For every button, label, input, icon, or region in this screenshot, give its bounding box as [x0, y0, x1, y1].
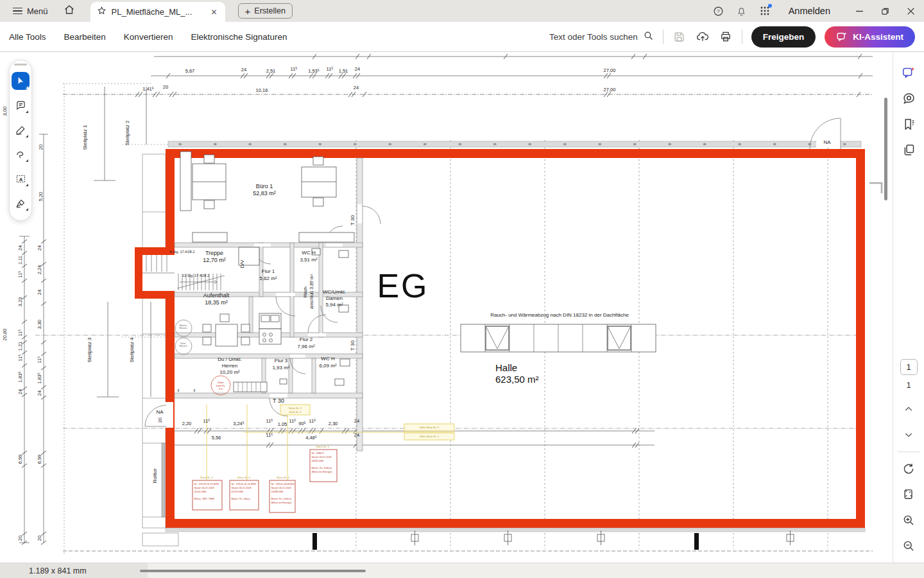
apps-grid-icon[interactable] — [759, 5, 771, 17]
menu-edit[interactable]: Bearbeiten — [64, 32, 106, 42]
plan-label: Stellplatz 3 — [87, 337, 92, 363]
plan-label: 27,00 — [604, 67, 616, 73]
svg-text:?: ? — [717, 8, 721, 14]
menu-convert[interactable]: Konvertieren — [124, 32, 173, 42]
plan-label: Haus- — [303, 285, 307, 297]
plan-label: 1,41⁵ — [142, 86, 154, 92]
create-button[interactable]: + Erstellen — [238, 3, 293, 19]
plan-label: Miete Nr. 3 — [200, 476, 213, 479]
plan-label: 20 — [38, 144, 44, 150]
right-sidebar: 1 — [893, 52, 924, 563]
menu-esign[interactable]: Elektronische Signaturen — [191, 32, 287, 42]
titlebar: Menü PL_Mietfläche_ML_... ✕ + Erstellen … — [0, 0, 924, 22]
plan-label: 5,20 — [38, 192, 44, 202]
meter-stamp-text: Stand: 06.21.2018 — [194, 487, 214, 489]
plan-label: 20 — [37, 536, 42, 541]
plan-label: 11⁵ — [203, 418, 210, 424]
zoom-in-icon[interactable] — [900, 512, 917, 529]
plan-label: 1,21 — [17, 342, 23, 351]
signin-button[interactable]: Anmelden — [789, 6, 830, 16]
plan-label: 10,16 — [256, 87, 268, 93]
hamburger-icon — [13, 8, 22, 15]
horizontal-scrollbar[interactable] — [140, 570, 366, 572]
document-canvas[interactable]: Nr.: 598677Stand: 06.01.201828335 kWhMie… — [0, 52, 893, 563]
ai-assistant-button[interactable]: KI-Assistent — [825, 26, 915, 48]
divider — [663, 30, 663, 44]
home-button[interactable] — [57, 4, 81, 18]
window-restore-icon[interactable] — [880, 6, 889, 15]
vertical-scrollbar[interactable] — [884, 98, 887, 200]
comment-tool-button[interactable] — [12, 96, 30, 114]
window-minimize-icon[interactable] — [855, 6, 864, 15]
previous-page-chevron-icon[interactable] — [900, 401, 917, 417]
comments-panel-icon[interactable] — [900, 90, 917, 107]
save-icon[interactable] — [672, 30, 687, 44]
app-menu-button[interactable]: Menü — [8, 6, 53, 16]
meter-stamp-text: 67113 kWh — [232, 491, 244, 493]
plan-label: 2,30 — [329, 421, 338, 426]
rotate-page-icon[interactable] — [900, 460, 917, 477]
plan-label: 5,67 — [185, 68, 195, 74]
plan-label: 3,23 — [17, 297, 23, 307]
plan-label: WC H6,09 m² — [319, 356, 336, 369]
plan-label: 11⁵ — [17, 355, 23, 362]
search-input[interactable]: Text oder Tools suchen — [549, 30, 654, 43]
plan-label: 24 — [241, 67, 246, 73]
menu-all-tools[interactable]: Alle Tools — [9, 32, 46, 42]
plan-label: 2,20 — [182, 421, 192, 426]
bookmarks-panel-icon[interactable] — [900, 116, 917, 132]
plan-label: Halle — [495, 362, 517, 373]
star-icon[interactable] — [97, 6, 107, 18]
plan-label: T 30 — [350, 215, 355, 225]
meter-stamp-text: Mieter: Fa. Zellerer — [271, 498, 293, 500]
fill-sign-tool-button[interactable] — [12, 194, 30, 212]
notifications-bell-icon[interactable] — [736, 5, 748, 17]
document-viewport: Nr.: 598677Stand: 06.01.201828335 kWhMie… — [0, 52, 893, 563]
fit-page-icon[interactable] — [900, 486, 917, 503]
plan-label: T 30 — [350, 340, 355, 351]
meter-stamp-text: (Miete mit Energie) — [312, 471, 333, 473]
plan-label: Miete Nr. 3 — [237, 476, 250, 479]
window-close-icon[interactable] — [906, 6, 915, 15]
create-label: Erstellen — [254, 6, 286, 15]
plan-label: 24 — [354, 418, 359, 424]
draw-lasso-tool-button[interactable] — [12, 145, 30, 163]
page-total-label: 1 — [906, 380, 911, 390]
help-icon[interactable]: ? — [713, 5, 724, 17]
share-button[interactable]: Freigeben — [751, 26, 816, 48]
next-page-chevron-icon[interactable] — [900, 426, 917, 443]
plan-label: 1,51 — [339, 68, 348, 74]
ai-assistant-panel-icon[interactable] — [900, 64, 917, 81]
meter-stamp-text: Mieter: Fa. Zellerer — [312, 467, 333, 469]
plan-label: anschluß 3,89 m² — [309, 274, 314, 309]
plan-label: Büro 152,83 m² — [253, 183, 276, 197]
plan-label: 1,83⁵ — [17, 371, 23, 383]
cloud-upload-icon[interactable] — [696, 30, 710, 44]
notification-dot — [768, 4, 772, 8]
page-number-input[interactable] — [900, 359, 918, 375]
edit-pencil-tool-button[interactable] — [12, 121, 30, 139]
plan-label: 24 — [17, 245, 23, 250]
select-tool-button[interactable] — [12, 72, 30, 90]
zoom-out-icon[interactable] — [900, 538, 917, 554]
plan-label: 13 Stg. 17.4/28.2 — [182, 274, 209, 277]
palette-drag-handle[interactable] — [14, 64, 27, 66]
search-label: Text oder Tools suchen — [549, 32, 638, 42]
tab-close-icon[interactable]: ✕ — [209, 8, 218, 17]
document-tab[interactable]: PL_Mietfläche_ML_... ✕ — [90, 2, 225, 22]
plan-label: 24 — [355, 66, 360, 72]
plan-label: 20 — [163, 84, 168, 90]
plan-label: Aufenthalt18,35 m² — [203, 292, 230, 306]
main-area: Nr.: 598677Stand: 06.01.201828335 kWhMie… — [0, 52, 924, 563]
plan-label: Halle Miete Nr. 3 — [420, 435, 439, 438]
plan-label: 11⁵ — [17, 329, 23, 337]
plan-label: 6,99 — [17, 455, 23, 464]
plan-label: Miete Nr. 3 — [277, 476, 289, 479]
select-text-tool-button[interactable]: A — [12, 170, 30, 188]
plan-label: NA — [156, 409, 164, 415]
plan-label: Halle Miete Nr. 3 — [420, 426, 439, 429]
print-icon[interactable] — [719, 30, 733, 44]
pages-panel-icon[interactable] — [900, 141, 917, 158]
plan-label: T 30 — [273, 398, 284, 404]
plan-label: 90⁵ — [298, 421, 305, 426]
